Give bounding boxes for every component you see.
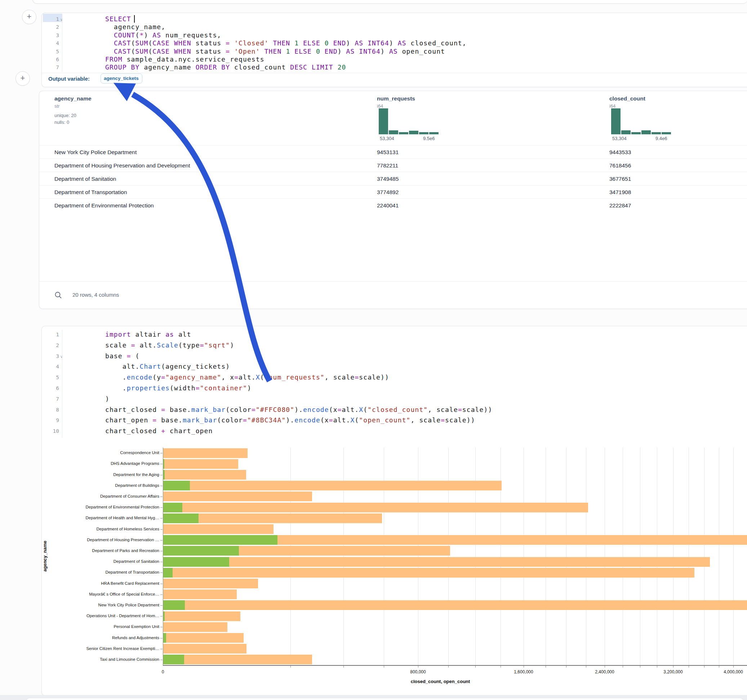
x-axis-tick-label: 1,600,000 — [514, 669, 533, 674]
code-line[interactable]: .encode(y="agency_name", x=alt.X("num_re… — [105, 373, 389, 381]
x-axis-tick — [605, 666, 605, 668]
code-line[interactable]: ) — [105, 395, 110, 403]
table-row[interactable]: Department of Transportation377489234719… — [39, 185, 747, 199]
add-cell-button-top[interactable]: + — [22, 10, 36, 24]
table-cell: 2222847 — [609, 199, 631, 212]
y-axis-label: Department of Transportation — [45, 570, 159, 574]
y-axis-tick — [160, 562, 163, 562]
table-cell: 3677651 — [609, 172, 631, 186]
column-name[interactable]: agency_name — [54, 95, 92, 102]
open-count-bar — [163, 481, 190, 490]
code-line[interactable]: CAST(SUM(CASE WHEN status = 'Open' THEN … — [105, 48, 445, 55]
table-cell: 7618456 — [609, 159, 631, 172]
altair-chart: Correspondence UnitDHS Advantage Program… — [42, 445, 747, 661]
line-number: 2 — [45, 24, 59, 30]
gridline — [689, 448, 689, 665]
closed-count-bar — [163, 600, 747, 610]
table-row[interactable]: Department of Housing Preservation and D… — [39, 158, 747, 172]
table-row[interactable]: Department of Sanitation37494853677651 — [39, 172, 747, 186]
code-line[interactable]: base = ( — [105, 352, 140, 360]
gridline — [475, 448, 476, 665]
code-line[interactable]: import altair as alt — [105, 330, 191, 338]
code-line[interactable]: alt.Chart(agency_tickets) — [105, 363, 230, 370]
y-axis-tick — [160, 486, 163, 486]
closed-count-bar — [163, 611, 240, 621]
closed-count-bar — [163, 503, 588, 512]
histogram-max-label: 9.5e6 — [423, 136, 435, 141]
open-count-bar — [163, 535, 277, 545]
x-axis-tick — [523, 666, 524, 668]
column-histogram — [611, 108, 671, 134]
code-line[interactable]: COUNT(*) AS num_requests, — [105, 31, 221, 39]
code-line[interactable]: chart_closed + chart_open — [105, 427, 213, 434]
code-line[interactable]: agency_name, — [105, 23, 165, 31]
add-cell-button-middle[interactable]: + — [15, 71, 30, 86]
y-axis-label: Department of Buildings — [45, 483, 159, 487]
x-axis-tick — [343, 666, 344, 668]
gridline — [657, 448, 657, 665]
column-histogram — [379, 108, 439, 134]
table-cell: 9443533 — [609, 145, 631, 159]
closed-count-bar — [163, 655, 312, 664]
closed-count-bar — [163, 557, 710, 567]
code-line[interactable]: FROM sample_data.nyc.service_requests — [105, 56, 265, 63]
x-axis-tick — [586, 666, 586, 668]
y-axis-tick — [160, 475, 163, 475]
y-axis-tick — [160, 616, 163, 617]
table-cell: 9453131 — [377, 145, 399, 159]
closed-count-bar — [163, 524, 274, 534]
y-axis-tick — [160, 496, 163, 497]
table-cell: 7782211 — [377, 159, 398, 172]
table-row[interactable]: New York City Police Department945313194… — [39, 145, 747, 159]
gridline — [586, 448, 586, 665]
y-axis-label: Department of Sanitation — [45, 559, 159, 564]
line-number: 1 — [45, 332, 59, 337]
open-count-bar — [163, 568, 172, 578]
line-number: 8 — [45, 407, 59, 413]
output-variable-pill[interactable]: agency_tickets — [101, 74, 142, 83]
code-line[interactable]: GROUP BY agency_name ORDER BY closed_cou… — [105, 63, 346, 71]
closed-count-bar — [163, 633, 243, 643]
y-axis-title: agency_name — [42, 448, 48, 664]
x-axis-tick-label: 0 — [162, 669, 164, 674]
python-cell[interactable]: 1import altair as alt2scale = alt.Scale(… — [41, 326, 747, 695]
code-line[interactable]: CAST(SUM(CASE WHEN status = 'Closed' THE… — [105, 39, 467, 47]
notebook-canvas: { "output_bar": {"label": "Output variab… — [0, 0, 747, 700]
table-row-count: 20 rows, 4 columns — [73, 292, 119, 298]
x-axis-tick — [566, 666, 567, 668]
cell-divider — [42, 73, 747, 73]
code-line[interactable]: chart_open = base.mark_bar(color="#8BC34… — [105, 416, 475, 424]
code-line[interactable]: SELECT — [105, 15, 135, 23]
y-axis-tick — [160, 573, 163, 573]
gridline — [418, 448, 418, 665]
table-footer[interactable]: 20 rows, 4 columns — [39, 281, 747, 309]
y-axis-label: New York City Police Department — [45, 603, 159, 607]
open-count-bar — [163, 503, 182, 512]
line-number: 1 — [45, 16, 59, 22]
search-icon[interactable] — [54, 291, 62, 299]
gutter-divider — [62, 330, 62, 438]
y-axis-label: Department of Health and Mental Hyg… — [45, 516, 159, 520]
code-line[interactable]: .properties(width="container") — [105, 384, 251, 392]
closed-count-bar — [163, 448, 248, 458]
x-axis-line — [163, 665, 747, 666]
x-axis-title: closed_count, open_count — [314, 679, 567, 684]
sql-cell[interactable]: 1∨SELECT2 agency_name,3 COUNT(*) AS num_… — [41, 13, 747, 87]
column-name[interactable]: closed_count — [609, 95, 646, 102]
open-count-bar — [163, 557, 229, 567]
line-number: 3 — [45, 32, 59, 38]
table-cell: New York City Police Department — [54, 145, 136, 159]
open-count-bar — [163, 546, 239, 556]
line-number: 5 — [45, 48, 59, 54]
x-axis-tick — [384, 666, 384, 668]
y-axis-label: HRA Benefit Card Replacement — [45, 581, 159, 585]
table-cell: Department of Sanitation — [54, 172, 116, 186]
histogram-min-label: 53,304 — [380, 136, 394, 141]
table-row[interactable]: Department of Environmental Protection22… — [39, 198, 747, 212]
code-line[interactable]: chart_closed = base.mark_bar(color="#FFC… — [105, 406, 492, 413]
gutter-divider — [62, 14, 62, 72]
x-axis-tick — [673, 666, 673, 668]
code-line[interactable]: scale = alt.Scale(type="sqrt") — [105, 341, 234, 349]
column-name[interactable]: num_requests — [377, 95, 415, 102]
gridline — [343, 448, 344, 665]
